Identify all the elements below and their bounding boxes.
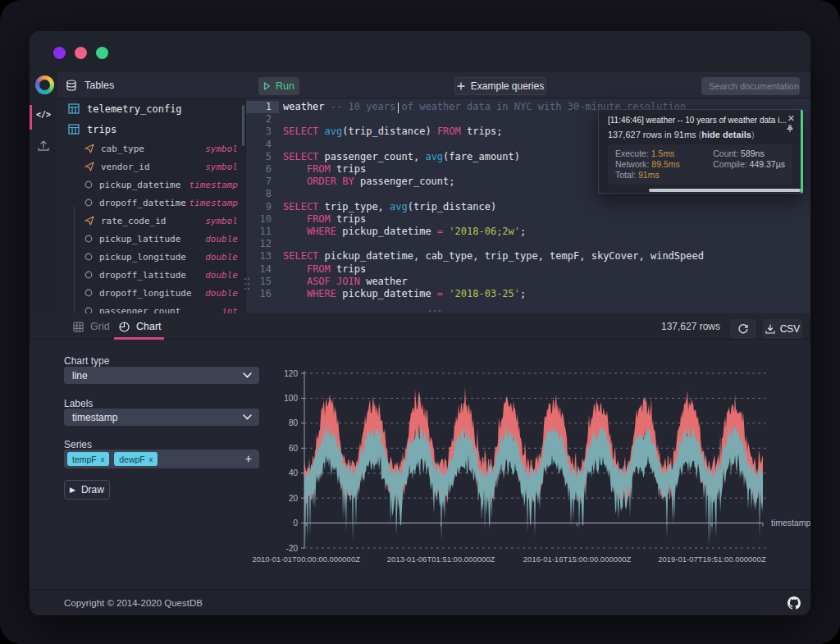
column-type: double [205, 288, 238, 299]
tab-grid[interactable]: Grid [73, 313, 110, 340]
chart-type-select[interactable]: line [64, 367, 259, 384]
column-row[interactable]: passenger_countint [57, 302, 245, 313]
svg-text:20: 20 [289, 494, 299, 503]
database-icon [66, 80, 77, 91]
editor-line: 10 FROM trips [246, 213, 810, 226]
text-caret [398, 103, 399, 113]
svg-text:60: 60 [289, 444, 299, 453]
column-name: pickup_latitude [99, 234, 180, 244]
window-dot-purple[interactable] [53, 47, 66, 59]
editor-line: 15 ASOF JOIN weather [246, 276, 810, 288]
line-number: 12 [246, 238, 279, 250]
code-editor-icon[interactable]: </> [36, 110, 51, 119]
column-row[interactable]: pickup_latitudedouble [57, 230, 245, 248]
svg-text:2016-01-16T15:00:00.000000Z: 2016-01-16T15:00:00.000000Z [523, 555, 632, 564]
svg-text:80: 80 [289, 418, 299, 427]
column-name: dropoff_longitude [99, 288, 192, 299]
window-footer: Copyright © 2014-2020 QuestDB [30, 589, 810, 615]
column-row[interactable]: dropoff_datetimetimestamp [57, 194, 245, 212]
example-queries-button[interactable]: Example queries [454, 77, 546, 95]
chart-type-value: line [72, 370, 88, 381]
series-tag-dewpF[interactable]: dewpF x [114, 452, 158, 466]
labels-select[interactable]: timestamp [64, 409, 259, 426]
paren: ) [751, 130, 755, 139]
series-input[interactable]: tempF x dewpF x + [64, 450, 259, 468]
run-button[interactable]: Run [258, 77, 299, 95]
column-icon [84, 271, 93, 279]
column-name: vendor_id [101, 162, 150, 172]
hide-details-link[interactable]: hide details [701, 130, 751, 139]
line-number: 1 [246, 101, 279, 113]
download-icon [765, 324, 775, 334]
vertical-resize-handle[interactable] [244, 277, 249, 290]
chart-tab-label: Chart [136, 321, 162, 332]
questdb-console-window: Tables Run Example queries Search docume… [30, 31, 810, 615]
notification-scrollbar[interactable] [649, 189, 801, 192]
column-name: dropoff_datetime [99, 198, 186, 208]
column-row[interactable]: vendor_idsymbol [57, 158, 245, 176]
desktop-background: Tables Run Example queries Search docume… [0, 0, 840, 644]
github-icon[interactable] [788, 596, 801, 610]
search-documentation-input[interactable]: Search documentation [701, 77, 800, 95]
column-icon [84, 180, 93, 189]
window-dot-pink[interactable] [75, 47, 87, 59]
column-row[interactable]: rate_code_idsymbol [57, 212, 245, 230]
column-type: symbol [205, 216, 238, 226]
remove-tag-icon[interactable]: x [101, 455, 105, 464]
column-row[interactable]: dropoff_latitudedouble [57, 266, 245, 284]
column-name: pickup_datetime [99, 180, 180, 190]
column-icon [84, 199, 93, 207]
svg-text:2019-01-07T19:51:00.000000Z: 2019-01-07T19:51:00.000000Z [658, 555, 766, 564]
line-chart[interactable]: -200204060801001202010-01-01T00:00:00.00… [251, 358, 810, 576]
column-type: symbol [205, 144, 238, 154]
sidebar-scrollbar[interactable] [242, 105, 244, 146]
column-row[interactable]: pickup_longitudedouble [57, 248, 245, 266]
column-icon [84, 253, 93, 261]
column-row[interactable]: pickup_datetimetimestamp [57, 176, 245, 194]
column-type: double [205, 252, 238, 263]
line-number: 3 [246, 126, 279, 138]
symbol-column-icon [84, 216, 94, 226]
series-label: Series [64, 439, 92, 450]
remove-tag-icon[interactable]: x [149, 455, 153, 464]
top-toolbar: Tables Run Example queries Search docume… [30, 72, 810, 98]
pin-icon[interactable] [786, 125, 794, 133]
symbol-column-icon [84, 162, 94, 171]
table-icon [68, 103, 80, 114]
refresh-button[interactable] [730, 319, 756, 339]
table-row[interactable]: trips [57, 119, 245, 139]
editor-line: 14 FROM trips [246, 263, 810, 276]
results-panel: Grid Chart 137,627 rows CSV Chart type l… [30, 313, 810, 589]
notification-summary: 137,627 rows in 91ms (hide details) [608, 130, 755, 139]
pie-chart-icon [119, 322, 130, 332]
close-icon[interactable]: ✕ [788, 113, 795, 124]
draw-button[interactable]: ▶ Draw [64, 480, 110, 500]
column-name: passenger_count [99, 306, 180, 314]
column-icon [84, 235, 93, 243]
line-number: 2 [246, 113, 279, 126]
import-icon[interactable] [37, 139, 50, 153]
metric: Execute: 1.5ms [615, 148, 680, 159]
tab-chart[interactable]: Chart [119, 313, 162, 340]
column-type: timestamp [189, 180, 238, 190]
column-row[interactable]: cab_typesymbol [57, 139, 245, 158]
column-row[interactable]: dropoff_longitudedouble [57, 284, 245, 302]
svg-text:100: 100 [284, 394, 298, 403]
notification-details: Execute: 1.5msNetwork: 89.5msTotal: 91ms… [608, 144, 792, 185]
csv-label: CSV [780, 323, 801, 335]
play-icon [263, 82, 271, 90]
svg-text:120: 120 [284, 369, 298, 378]
table-row[interactable]: telemetry_config [57, 98, 245, 119]
notification-title: [11:46:46] weather -- 10 years of weathe… [608, 116, 787, 125]
metric: Compile: 449.37µs [713, 159, 785, 170]
column-icon [84, 307, 93, 313]
metric: Count: 589ns [713, 148, 785, 159]
series-tag-tempF[interactable]: tempF x [67, 452, 109, 466]
column-name: pickup_longitude [99, 252, 186, 263]
svg-text:0: 0 [293, 518, 298, 528]
search-placeholder: Search documentation [709, 81, 799, 91]
line-number: 5 [246, 151, 279, 163]
questdb-logo-icon[interactable] [35, 75, 54, 94]
window-dot-green[interactable] [96, 47, 108, 59]
csv-download-button[interactable]: CSV [763, 319, 802, 339]
